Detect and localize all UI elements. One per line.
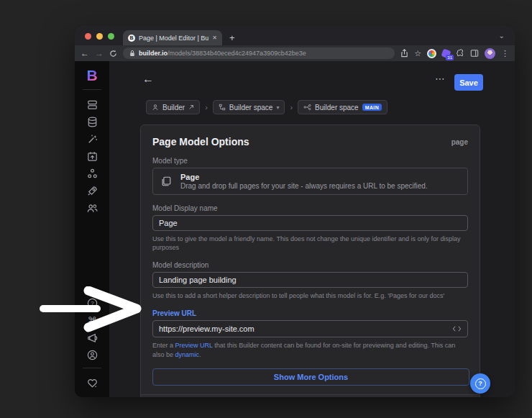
breadcrumb-model-chip[interactable]: Builder space MAIN — [298, 100, 387, 114]
sidebar-item-data[interactable] — [83, 113, 101, 130]
breadcrumb-space-chip[interactable]: Builder space ▾ — [213, 100, 285, 114]
model-type-label: Model type — [152, 157, 468, 165]
browser-tab[interactable]: B Page | Model Editor | Builder.io ✕ — [123, 30, 222, 45]
display-name-label: Model Display name — [152, 204, 468, 212]
breadcrumb-org-chip[interactable]: Builder — [146, 100, 200, 114]
panel-title: Page Model Options — [152, 136, 249, 147]
main-branch-badge: MAIN — [362, 104, 382, 111]
sitemap-icon — [219, 104, 226, 111]
forward-button[interactable]: → — [95, 49, 104, 58]
tab-search-chevron-icon[interactable]: ⌄ — [499, 32, 505, 40]
overflow-menu-icon[interactable]: ⋯ — [435, 73, 446, 84]
breadcrumb-space-label: Builder space — [229, 104, 273, 112]
database-icon — [86, 116, 98, 128]
builder-app: B — [75, 61, 515, 397]
share-icon[interactable] — [400, 49, 408, 58]
url-domain: builder.io — [139, 50, 168, 57]
url-text: builder.io/models/38834b40eced4c24947a39… — [139, 50, 306, 57]
window-controls — [75, 33, 123, 45]
builder-logo[interactable]: B — [86, 66, 97, 85]
sidebar-item-account[interactable] — [83, 346, 101, 363]
org-icon — [152, 104, 159, 111]
description-field-wrap — [152, 272, 468, 288]
color-wheel-extension-icon[interactable] — [427, 49, 436, 58]
external-link-icon — [188, 104, 194, 110]
model-type-description: Drag and drop full pages for your site -… — [180, 182, 428, 190]
sidebar-item-users[interactable] — [83, 199, 101, 217]
url-path: /models/38834b40eced4c24947a3909cb42be3e — [168, 50, 306, 57]
breadcrumb-org-label: Builder — [162, 104, 185, 112]
sidebar-item-feedback[interactable] — [83, 374, 101, 391]
breadcrumb-model-label: Builder space — [315, 104, 359, 112]
dynamic-link[interactable]: dynamic — [175, 351, 200, 358]
panel-header: Page Model Options page — [141, 125, 480, 147]
display-name-input[interactable] — [159, 219, 462, 227]
preview-url-field-wrap — [152, 320, 468, 337]
space-dropdown-caret-icon: ▾ — [276, 104, 279, 111]
main-content: ← ⋯ Save Builder › — [109, 61, 515, 397]
breadcrumb-separator: › — [205, 103, 208, 112]
users-icon — [86, 202, 98, 214]
editor-back-button[interactable]: ← — [142, 73, 154, 86]
show-more-options-button[interactable]: Show More Options — [152, 368, 469, 386]
close-window-button[interactable] — [85, 33, 91, 40]
heart-icon — [86, 377, 98, 389]
branch-icon — [303, 104, 311, 111]
model-identifier-tag: page — [451, 138, 468, 146]
lock-icon — [129, 50, 135, 57]
tab-title: Page | Model Editor | Builder.io — [139, 35, 208, 42]
integration-dots-icon — [86, 168, 98, 180]
sidebar-item-ai[interactable] — [83, 130, 101, 147]
extension-badge: 31 — [446, 55, 454, 60]
rocket-icon — [86, 185, 98, 197]
browser-tab-strip: B Page | Model Editor | Builder.io ✕ + ⌄ — [75, 26, 515, 45]
content-rows-icon — [86, 99, 98, 111]
description-input[interactable] — [159, 276, 462, 284]
sidebar-item-publish[interactable] — [83, 147, 101, 165]
save-button[interactable]: Save — [454, 74, 483, 91]
tab-close-icon[interactable]: ✕ — [212, 35, 217, 41]
model-type-name: Page — [180, 173, 428, 181]
url-bar[interactable]: builder.io/models/38834b40eced4c24947a39… — [123, 47, 395, 59]
breadcrumb-separator: › — [290, 103, 293, 112]
model-type-card[interactable]: Page Drag and drop full pages for your s… — [152, 168, 468, 195]
preview-url-helper: Enter a Preview URL that this Builder co… — [152, 341, 468, 358]
sidebar-item-content[interactable] — [83, 96, 101, 113]
side-panel-icon[interactable] — [470, 49, 479, 58]
calendar-publish-icon — [86, 150, 98, 163]
minimize-window-button[interactable] — [96, 33, 103, 40]
display-name-helper: Use this to give the model a friendly na… — [152, 235, 468, 252]
browser-menu-icon[interactable]: ⋮ — [501, 49, 509, 58]
helper-text: . — [199, 351, 201, 358]
breadcrumb: Builder › Builder space ▾ › — [146, 100, 387, 114]
purple-extension-icon[interactable]: 31 — [442, 50, 450, 58]
editor-header: ← ⋯ Save — [109, 61, 515, 97]
magic-wand-icon — [86, 133, 98, 145]
code-icon[interactable] — [452, 325, 462, 332]
help-fab-button[interactable]: ? — [470, 373, 490, 394]
preview-url-doc-link[interactable]: Preview URL — [175, 342, 213, 349]
sidebar-item-integrations[interactable] — [83, 165, 101, 182]
new-tab-button[interactable]: + — [229, 33, 235, 42]
extensions-puzzle-icon[interactable] — [456, 49, 464, 58]
maximize-window-button[interactable] — [108, 33, 114, 40]
sidebar-item-insights[interactable] — [83, 182, 101, 199]
page-model-options-panel: Page Model Options page Model type Page … — [140, 124, 480, 397]
reload-button[interactable] — [109, 50, 117, 58]
megaphone-icon — [86, 332, 98, 344]
preview-url-input[interactable] — [159, 324, 452, 333]
toolbar-actions: ☆ 31 ⋮ — [400, 48, 509, 59]
annotation-arrow — [36, 286, 144, 332]
browser-window: B Page | Model Editor | Builder.io ✕ + ⌄… — [75, 26, 515, 397]
preview-url-label: Preview URL — [152, 309, 468, 317]
bookmark-star-icon[interactable]: ☆ — [414, 50, 421, 58]
pages-copy-icon — [160, 176, 172, 187]
model-type-texts: Page Drag and drop full pages for your s… — [180, 173, 428, 190]
field-row-title[interactable]: Title Text — [141, 395, 480, 397]
description-label: Model description — [152, 261, 468, 269]
browser-toolbar: ← → builder.io/models/38834b40eced4c2494… — [75, 45, 515, 61]
builder-favicon-icon: B — [128, 35, 135, 42]
sidebar-divider — [83, 89, 101, 90]
back-button[interactable]: ← — [81, 49, 89, 58]
profile-avatar[interactable] — [485, 48, 495, 59]
